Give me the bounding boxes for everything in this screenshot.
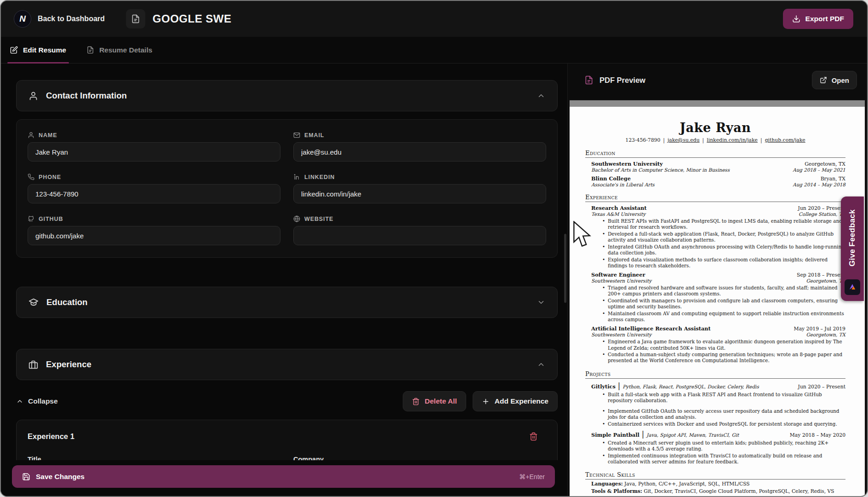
resume-bullet: Integrated GitHub OAuth and asynchronous… (602, 244, 845, 256)
email-input[interactable] (293, 142, 546, 162)
resume-github-link[interactable]: github.com/jake (765, 137, 805, 143)
editor-footer: Save Changes ⌘+Enter (1, 460, 567, 496)
edu-dates: Aug 2018 – May 2021 (793, 167, 845, 173)
save-changes-button[interactable]: Save Changes ⌘+Enter (12, 465, 555, 488)
email-field-group: EMAIL (293, 132, 546, 162)
save-changes-label: Save Changes (36, 473, 85, 481)
contact-section-title: Contact Information (46, 91, 127, 101)
resume-bullet: Built a full-stack web app with a Flask … (602, 392, 845, 404)
resume-bullet: Conducted a human-subject study comparin… (602, 352, 845, 364)
job-org: Texas A&M University (591, 211, 645, 217)
skill-label: Tools & Platforms (591, 488, 642, 494)
export-pdf-button[interactable]: Export PDF (783, 9, 853, 29)
external-link-icon (820, 76, 827, 84)
github-field-label: GITHUB (39, 216, 63, 222)
save-shortcut-hint: ⌘+Enter (519, 473, 545, 480)
add-experience-label: Add Experience (495, 397, 548, 405)
name-field-group: NAME (28, 132, 280, 162)
school-name: Blinn College (591, 175, 631, 182)
github-field-group: GITHUB (28, 215, 280, 245)
back-to-dashboard-link[interactable]: Back to Dashboard (38, 15, 105, 23)
download-icon (792, 15, 800, 23)
experience-section-header[interactable]: Experience (16, 349, 558, 380)
person-icon (29, 91, 38, 101)
give-feedback-tab[interactable]: Give Feedback (841, 196, 864, 301)
person-icon (28, 132, 34, 139)
editor-scrollbar[interactable] (564, 234, 566, 303)
delete-all-button[interactable]: Delete All (403, 391, 466, 411)
skill-label: Languages (591, 481, 623, 487)
edit-icon (10, 46, 18, 54)
project-stack: Python, Flask, React, PostgreSQL, Docker… (622, 384, 759, 389)
export-pdf-label: Export PDF (805, 15, 844, 23)
tab-resume-details-label: Resume Details (99, 46, 152, 54)
education-section-header[interactable]: Education (16, 287, 558, 318)
pdf-preview-title: PDF Preview (600, 76, 645, 85)
chevron-down-icon (537, 298, 545, 306)
phone-icon (28, 173, 34, 180)
resume-project-entry: Simple PaintballJava, Spigot API, Maven,… (591, 430, 845, 465)
open-pdf-button[interactable]: Open (812, 71, 857, 89)
resume-experience-heading: Experience (585, 194, 845, 202)
project-name: Simple Paintball (591, 432, 640, 438)
resume-bullet: Developed a full-stack web application (… (602, 231, 845, 243)
graduation-cap-icon (29, 297, 39, 307)
resume-experience-entry: Research AssistantJun 2020 – Present Tex… (591, 205, 845, 269)
school-name: Southwestern University (591, 161, 663, 167)
chevron-up-icon (537, 92, 545, 100)
job-org: Southwestern University (591, 278, 651, 283)
resume-bullet: Engineered a Java game framework to eval… (602, 339, 845, 351)
collapse-toggle[interactable]: Collapse (16, 397, 58, 405)
resume-bullet: Implemented continuous integration with … (602, 453, 845, 465)
project-stack: Java, Spigot API, Maven, TravisCI, Git (646, 432, 739, 438)
mail-icon (293, 132, 300, 139)
name-input[interactable] (28, 142, 280, 162)
tab-edit-resume[interactable]: Edit Resume (9, 37, 67, 63)
open-pdf-label: Open (832, 76, 849, 84)
linkedin-icon (293, 173, 300, 180)
website-field-group: WEBSITE (293, 215, 546, 245)
job-dates: May 2019 – Jul 2019 (794, 326, 845, 332)
resume-projects-heading: Projects (585, 370, 845, 379)
phone-input[interactable] (28, 184, 280, 203)
give-feedback-label: Give Feedback (848, 196, 857, 279)
resume-experience-entry: Software EngineerSep 2018 – Present Sout… (591, 272, 845, 323)
save-icon (22, 473, 30, 481)
linkedin-input[interactable] (293, 184, 546, 203)
add-experience-button[interactable]: Add Experience (473, 391, 558, 411)
edu-dates: Aug 2014 – May 2018 (793, 182, 845, 187)
trash-icon (412, 398, 420, 405)
file-icon (131, 14, 140, 23)
github-input[interactable] (28, 226, 280, 245)
tab-edit-resume-label: Edit Resume (23, 46, 66, 54)
contact-section-header[interactable]: Contact Information (16, 80, 558, 111)
job-location: Georgetown, TX (806, 332, 845, 337)
resume-bullet: Coordinated with managers to provision a… (602, 298, 845, 310)
school-location: Georgetown, TX (805, 161, 845, 167)
resume-linkedin-link[interactable]: linkedin.com/in/jake (707, 137, 758, 143)
degree: Bachelor of Arts in Computer Science, Mi… (591, 167, 730, 173)
resume-name: Jake Ryan (585, 121, 845, 135)
website-input[interactable] (293, 226, 546, 245)
resume-page: Jake Ryan 123-456-7890jake@su.edulinkedi… (570, 107, 865, 497)
job-title: Research Assistant (591, 205, 647, 211)
school-location: Bryan, TX (821, 176, 845, 182)
tab-bar: Edit Resume Resume Details (1, 37, 867, 64)
resume-education-entry: Blinn CollegeBryan, TX Associate's in Li… (591, 175, 845, 187)
resume-skills-heading: Technical Skills (585, 471, 845, 480)
tab-resume-details[interactable]: Resume Details (86, 37, 153, 63)
resume-education-heading: Education (585, 150, 845, 158)
top-bar: N Back to Dashboard GOOGLE SWE Export PD… (1, 1, 867, 37)
pdf-viewer: Jake Ryan 123-456-7890jake@su.edulinkedi… (570, 100, 865, 496)
editor-panel: Contact Information NAME EMAIL PHONE (1, 64, 568, 496)
email-field-label: EMAIL (304, 132, 324, 139)
resume-bullet: Containerized services with Docker and u… (602, 421, 845, 427)
job-location: College Station, TX (799, 211, 845, 217)
job-dates: Jun 2020 – Present (798, 205, 845, 211)
delete-experience-button[interactable] (529, 432, 538, 441)
resume-project-entry: GitlyticsPython, Flask, React, PostgreSQ… (591, 381, 845, 428)
resume-email-link[interactable]: jake@su.edu (668, 137, 700, 143)
education-section-title: Education (46, 297, 87, 307)
resume-skill-line: Tools & Platforms Git, Docker, TravisCI,… (591, 488, 845, 497)
app-logo[interactable]: N (14, 10, 31, 28)
